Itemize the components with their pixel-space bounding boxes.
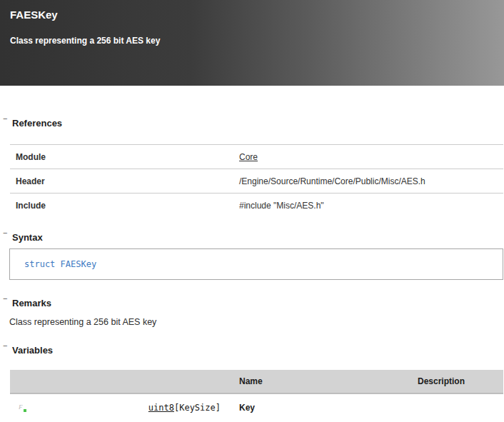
column-description: Description	[418, 376, 503, 386]
page-title: FAESKey	[10, 9, 504, 21]
row-label-module: Module	[10, 152, 239, 162]
syntax-code-block: struct FAESKey	[9, 248, 503, 280]
references-heading-label: References	[12, 118, 62, 129]
row-label-header: Header	[10, 176, 239, 186]
row-value-include: #include "Misc/AES.h"	[239, 201, 503, 211]
collapse-toggle-icon[interactable]: −	[3, 342, 7, 349]
table-row: Module Core	[10, 144, 503, 169]
variables-heading: − Variables	[9, 345, 503, 356]
row-label-include: Include	[10, 201, 239, 211]
collapse-toggle-icon[interactable]: −	[3, 295, 7, 302]
type-suffix: [KeySize]	[174, 403, 221, 413]
variable-icon-green-dot	[24, 409, 26, 412]
variables-heading-label: Variables	[12, 345, 53, 356]
page-banner: FAESKey Class representing a 256 bit AES…	[0, 0, 504, 86]
variable-type: uint8[KeySize]	[148, 403, 221, 413]
syntax-heading: − Syntax	[9, 232, 503, 243]
variable-row: F uint8[KeySize] Key	[10, 394, 503, 413]
uint8-type-link[interactable]: uint8	[148, 403, 174, 413]
remarks-body: Class representing a 256 bit AES key	[9, 316, 503, 328]
remarks-heading: − Remarks	[9, 298, 503, 309]
remarks-heading-label: Remarks	[12, 298, 51, 308]
variables-table-header: Name Description	[10, 370, 503, 394]
collapse-toggle-icon[interactable]: −	[3, 229, 7, 236]
table-row: Header /Engine/Source/Runtime/Core/Publi…	[10, 169, 503, 193]
column-name: Name	[239, 376, 418, 386]
references-table: Module Core Header /Engine/Source/Runtim…	[10, 144, 503, 217]
table-row: Include #include "Misc/AES.h"	[10, 193, 503, 217]
variable-icon: F	[19, 403, 27, 412]
code-text: struct FAESKey	[24, 259, 96, 269]
page-subtitle: Class representing a 256 bit AES key	[10, 36, 504, 46]
page-content: − References Module Core Header /Engine/…	[0, 118, 504, 413]
row-value-module: Core	[239, 152, 503, 162]
variable-icon-glyph: F	[19, 403, 23, 411]
module-core-link[interactable]: Core	[239, 152, 258, 162]
variable-name: Key	[239, 403, 418, 413]
syntax-heading-label: Syntax	[12, 232, 43, 243]
variable-type-cell: F uint8[KeySize]	[10, 403, 239, 413]
collapse-toggle-icon[interactable]: −	[3, 115, 7, 122]
row-value-header: /Engine/Source/Runtime/Core/Public/Misc/…	[239, 176, 503, 186]
variables-table: Name Description F uint8[KeySize] Key	[10, 370, 503, 413]
references-heading: − References	[9, 118, 503, 129]
